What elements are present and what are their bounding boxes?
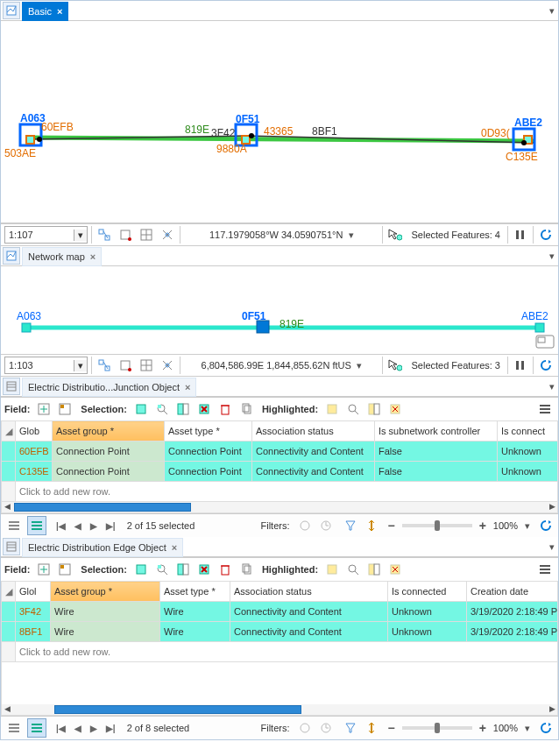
show-selected-rows-icon[interactable] [27,718,46,738]
snap-toggle-icon[interactable] [117,226,134,244]
chevron-down-icon[interactable]: ▾ [525,723,530,734]
grid-icon[interactable] [138,357,155,374]
tab-basic[interactable]: Basic × [22,2,68,21]
select-by-attributes-icon[interactable] [132,561,150,578]
col-is-subnetwork-controller[interactable]: Is subnetwork controller [375,421,498,442]
snap-toggle-icon[interactable] [117,357,134,374]
delete-selection-icon[interactable] [216,400,234,418]
snap-grid-icon[interactable] [96,357,113,374]
zoom-minus-icon[interactable]: − [387,519,394,533]
scroll-thumb[interactable] [54,705,301,714]
chevron-down-icon[interactable]: ▾ [357,360,362,371]
pause-icon[interactable] [512,357,529,374]
chevron-down-icon[interactable]: ▾ [74,230,87,241]
highlight-select-icon[interactable] [323,561,341,578]
pause-icon[interactable] [512,226,529,244]
filter-vertical-icon[interactable] [363,719,380,737]
filter-icon[interactable] [342,719,359,737]
next-record-icon[interactable]: ▶ [88,521,100,531]
copy-selection-icon[interactable] [237,400,255,418]
prev-record-icon[interactable]: ◀ [72,521,84,531]
col-glob[interactable]: Glob [16,421,53,442]
switch-selection-icon[interactable] [174,400,192,418]
copy-selection-icon[interactable] [237,561,255,578]
panel-menu-icon[interactable]: ▾ [549,5,555,17]
panel-menu-icon[interactable]: ▾ [549,381,555,392]
prev-record-icon[interactable]: ◀ [72,724,84,733]
add-field-icon[interactable] [35,561,53,578]
highlight-zoom-icon[interactable] [344,561,362,578]
col-creation-date[interactable]: Creation date [467,582,558,602]
chevron-down-icon[interactable]: ▾ [74,360,87,371]
refresh-icon[interactable] [537,226,555,244]
hamburger-menu-icon[interactable] [535,399,555,419]
zoom-plus-icon[interactable]: + [479,721,486,735]
switch-selection-icon[interactable] [174,561,192,578]
first-record-icon[interactable]: |◀ [53,724,68,733]
junction-hscroll[interactable]: ◀ ▶ [1,502,558,513]
col-asset-type[interactable]: Asset type * [165,421,252,442]
close-icon[interactable]: × [185,382,190,392]
col-asset-type[interactable]: Asset type * [160,582,230,602]
col-asset-group[interactable]: Asset group * [53,421,165,442]
chevron-down-icon[interactable]: ▾ [349,230,354,240]
last-record-icon[interactable]: ▶| [103,521,118,531]
panel-menu-icon[interactable]: ▾ [549,251,555,262]
chevron-down-icon[interactable]: ▾ [525,520,530,532]
calculate-field-icon[interactable] [56,561,74,578]
tab-edge-object[interactable]: Electric Distribution Edge Object × [22,538,183,557]
zoom-to-selection-icon[interactable] [153,561,171,578]
table-row[interactable]: C135E Connection Point Connection Point … [2,462,558,482]
table-row[interactable]: 8BF1 Wire Wire Connectivity and Content … [2,622,558,642]
row-handle[interactable] [2,642,16,662]
next-record-icon[interactable]: ▶ [88,724,100,733]
close-icon[interactable]: × [90,251,96,262]
show-selected-rows-icon[interactable] [27,516,46,535]
table-row[interactable]: 60EFB Connection Point Connection Point … [2,442,558,462]
row-handle-header[interactable]: ◢ [2,421,16,442]
row-handle[interactable] [2,622,16,642]
constraints-icon[interactable] [159,357,176,374]
col-association-status[interactable]: Association status [230,582,388,602]
hamburger-menu-icon[interactable] [535,560,555,579]
close-icon[interactable]: × [172,542,177,553]
select-by-attributes-icon[interactable] [132,400,150,418]
row-handle-header[interactable]: ◢ [2,582,16,602]
scroll-right-icon[interactable]: ▶ [547,704,557,713]
add-field-icon[interactable] [35,400,53,418]
first-record-icon[interactable]: |◀ [53,521,68,531]
filter-time-icon[interactable] [317,719,335,737]
tab-network-map[interactable]: Network map × [22,247,102,266]
close-icon[interactable]: × [57,6,62,17]
overview-icon[interactable] [535,335,555,350]
show-all-rows-icon[interactable] [4,516,24,535]
clear-selection-icon[interactable] [195,400,213,418]
grid-icon[interactable] [138,226,155,244]
filter-extent-icon[interactable] [296,719,314,737]
zoom-to-selection-icon[interactable] [153,400,171,418]
filter-extent-icon[interactable] [296,517,314,534]
panel-menu-icon[interactable]: ▾ [549,541,555,553]
highlight-pan-icon[interactable] [365,561,383,578]
add-row[interactable]: Click to add new row. [2,482,558,502]
col-is-connected[interactable]: Is connect [498,421,558,442]
scroll-left-icon[interactable]: ◀ [2,502,12,511]
filter-time-icon[interactable] [317,517,335,534]
zoom-slider[interactable] [402,726,472,730]
col-asset-group[interactable]: Asset group * [51,582,160,602]
show-all-rows-icon[interactable] [4,718,24,738]
highlight-pan-icon[interactable] [365,400,383,418]
edge-hscroll[interactable]: ◀ ▶ [1,704,558,716]
scroll-left-icon[interactable]: ◀ [2,704,12,713]
last-record-icon[interactable]: ▶| [103,724,118,733]
row-handle[interactable] [2,442,16,462]
table-row[interactable]: 3F42 Wire Wire Connectivity and Content … [2,602,558,622]
filter-vertical-icon[interactable] [363,517,380,534]
row-handle[interactable] [2,482,16,502]
calculate-field-icon[interactable] [56,400,74,418]
delete-selection-icon[interactable] [216,561,234,578]
clear-selection-icon[interactable] [195,561,213,578]
col-association-status[interactable]: Association status [252,421,375,442]
highlight-clear-icon[interactable] [386,561,404,578]
refresh-icon[interactable] [537,517,555,534]
